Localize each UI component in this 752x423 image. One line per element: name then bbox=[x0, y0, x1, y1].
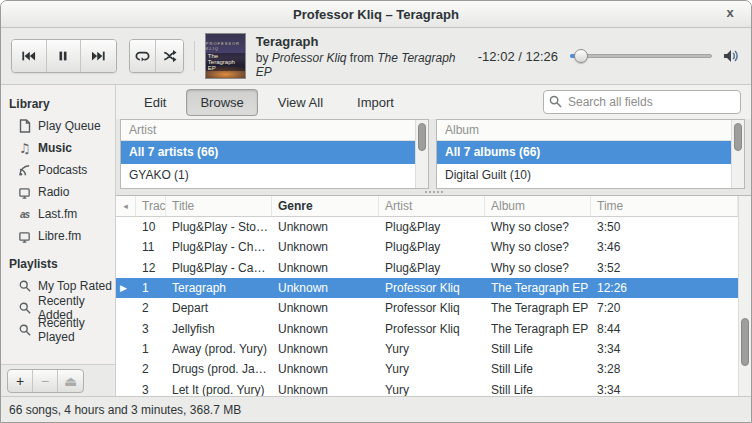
magnifier-icon bbox=[17, 279, 32, 294]
cell-album: Still Life bbox=[485, 362, 591, 376]
cell-time: 3:34 bbox=[591, 383, 738, 396]
tab-browse[interactable]: Browse bbox=[186, 89, 257, 116]
sidebar-item-podcasts[interactable]: Podcasts bbox=[1, 159, 115, 181]
cell-time: 3:34 bbox=[591, 342, 738, 356]
cell-title: Drugs (prod. Jay Card) bbox=[166, 362, 272, 376]
next-button[interactable] bbox=[81, 40, 115, 72]
cell-genre: Unknown bbox=[272, 322, 379, 336]
window-title: Professor Kliq – Teragraph bbox=[293, 7, 459, 22]
search-input[interactable] bbox=[543, 90, 741, 114]
track-row[interactable]: 12Plug&Play - Captain we...UnknownPlug&P… bbox=[116, 258, 738, 278]
browser-row[interactable]: All 7 artists (66) bbox=[121, 141, 415, 164]
lastfm-icon: as bbox=[17, 207, 32, 222]
volume-button[interactable] bbox=[722, 48, 741, 64]
cell-track: 2 bbox=[136, 362, 166, 376]
cell-time: 3:52 bbox=[591, 261, 738, 275]
app-window: Professor Kliq – Teragraph x bbox=[0, 0, 752, 423]
shuffle-button[interactable] bbox=[156, 40, 182, 72]
album-scrollbar[interactable] bbox=[731, 120, 744, 188]
cell-track: 3 bbox=[136, 322, 166, 336]
rss-icon bbox=[17, 163, 32, 178]
cell-time: 3:28 bbox=[591, 362, 738, 376]
album-art-artist-text: PROFESSOR KLIQ bbox=[206, 41, 245, 51]
column-header-trac[interactable]: Trac bbox=[136, 196, 166, 216]
column-header-title[interactable]: Title bbox=[166, 196, 272, 216]
sidebar-item-radio[interactable]: Radio bbox=[1, 181, 115, 203]
cell-title: Plug&Play - Stop me bbox=[166, 220, 272, 234]
sidebar-item-last-fm[interactable]: asLast.fm bbox=[1, 203, 115, 225]
cell-album: Why so close? bbox=[485, 261, 591, 275]
sidebar-item-music[interactable]: ♫Music bbox=[1, 137, 115, 159]
cell-artist: Professor Kliq bbox=[379, 322, 485, 336]
sidebar-item-recently-played[interactable]: Recently Played bbox=[1, 319, 115, 341]
cell-genre: Unknown bbox=[272, 220, 379, 234]
cell-artist: Professor Kliq bbox=[379, 301, 485, 315]
track-list-scrollbar[interactable] bbox=[738, 196, 751, 396]
cell-title: Plug&Play - Charming e... bbox=[166, 240, 272, 254]
album-pane-header: Album bbox=[437, 120, 731, 141]
repeat-button[interactable] bbox=[130, 40, 157, 72]
titlebar[interactable]: Professor Kliq – Teragraph x bbox=[1, 1, 751, 28]
shuffle-icon bbox=[162, 49, 177, 63]
cell-title: Jellyfish bbox=[166, 322, 272, 336]
cell-artist: Yury bbox=[379, 383, 485, 396]
library-browser: Artist All 7 artists (66)GYAKO (1) Album… bbox=[116, 119, 751, 189]
track-row[interactable]: 2Drugs (prod. Jay Card)UnknownYuryStill … bbox=[116, 359, 738, 379]
time-display: -12:02 / 12:26 bbox=[466, 49, 570, 64]
previous-icon bbox=[20, 49, 37, 63]
add-playlist-button[interactable]: + bbox=[8, 370, 33, 392]
seek-slider[interactable] bbox=[570, 49, 712, 63]
sidebar-item-libre-fm[interactable]: Libre.fm bbox=[1, 225, 115, 247]
track-row[interactable]: 3Let It (prod. Yury)UnknownYuryStill Lif… bbox=[116, 379, 738, 396]
column-header-artist[interactable]: Artist bbox=[379, 196, 485, 216]
magnifier-icon bbox=[17, 301, 32, 316]
album-art: PROFESSOR KLIQ The Teragraph EP bbox=[205, 33, 246, 79]
cell-title: Let It (prod. Yury) bbox=[166, 383, 272, 396]
tab-edit[interactable]: Edit bbox=[130, 89, 180, 116]
tab-import[interactable]: Import bbox=[343, 89, 408, 116]
now-playing-info: Teragraph by Professor Kliq from The Ter… bbox=[256, 34, 466, 79]
tab-view-all[interactable]: View All bbox=[264, 89, 337, 116]
sidebar-item-label: Last.fm bbox=[38, 207, 77, 221]
cell-genre: Unknown bbox=[272, 383, 379, 396]
search-box bbox=[543, 90, 741, 114]
column-expander-icon[interactable]: ◂ bbox=[116, 196, 136, 216]
cell-track: 11 bbox=[136, 240, 166, 254]
close-button[interactable]: x bbox=[721, 5, 739, 20]
track-row[interactable]: 3JellyfishUnknownProfessor KliqThe Terag… bbox=[116, 318, 738, 338]
statusbar-text: 66 songs, 4 hours and 3 minutes, 368.7 M… bbox=[9, 403, 241, 417]
track-row[interactable]: 10Plug&Play - Stop meUnknownPlug&PlayWhy… bbox=[116, 217, 738, 237]
browser-row[interactable]: Digital Guilt (10) bbox=[437, 164, 731, 187]
now-playing-byline: by Professor Kliq from The Teragraph EP bbox=[256, 51, 466, 79]
seek-handle[interactable] bbox=[574, 49, 588, 63]
cell-track: 12 bbox=[136, 261, 166, 275]
column-header-genre[interactable]: Genre bbox=[272, 196, 379, 216]
sidebar-item-label: Libre.fm bbox=[38, 229, 81, 243]
column-header-album[interactable]: Album bbox=[485, 196, 591, 216]
remove-playlist-button[interactable]: − bbox=[33, 370, 58, 392]
cell-track: 3 bbox=[136, 383, 166, 396]
cell-artist: Plug&Play bbox=[379, 240, 485, 254]
cell-artist: Professor Kliq bbox=[379, 281, 485, 295]
track-row[interactable]: 11Plug&Play - Charming e...UnknownPlug&P… bbox=[116, 237, 738, 257]
main-area: Library Play Queue♫MusicPodcastsRadioasL… bbox=[1, 85, 751, 396]
track-row[interactable]: 2DepartUnknownProfessor KliqThe Teragrap… bbox=[116, 298, 738, 318]
sidebar-item-play-queue[interactable]: Play Queue bbox=[1, 115, 115, 137]
magnifier-icon bbox=[17, 323, 32, 338]
cell-album: Why so close? bbox=[485, 240, 591, 254]
eject-button[interactable]: ⏏ bbox=[58, 370, 83, 392]
track-row[interactable]: ▶1TeragraphUnknownProfessor KliqThe Tera… bbox=[116, 278, 738, 298]
cell-genre: Unknown bbox=[272, 281, 379, 295]
browser-row[interactable]: All 7 albums (66) bbox=[437, 141, 731, 164]
track-list-header: ◂TracTitleGenreArtistAlbumTime bbox=[116, 196, 738, 217]
artist-scrollbar[interactable] bbox=[415, 120, 428, 188]
seek-track[interactable] bbox=[570, 54, 712, 58]
pause-button[interactable] bbox=[47, 40, 82, 72]
track-row[interactable]: 1Away (prod. Yury)UnknownYuryStill Life3… bbox=[116, 339, 738, 359]
sidebar-item-label: Podcasts bbox=[38, 163, 87, 177]
repeat-icon bbox=[135, 49, 150, 63]
column-header-time[interactable]: Time bbox=[591, 196, 738, 216]
browser-row[interactable]: GYAKO (1) bbox=[121, 164, 415, 187]
previous-button[interactable] bbox=[12, 40, 47, 72]
content-area: EditBrowseView AllImport Artist All 7 ar… bbox=[116, 85, 751, 396]
